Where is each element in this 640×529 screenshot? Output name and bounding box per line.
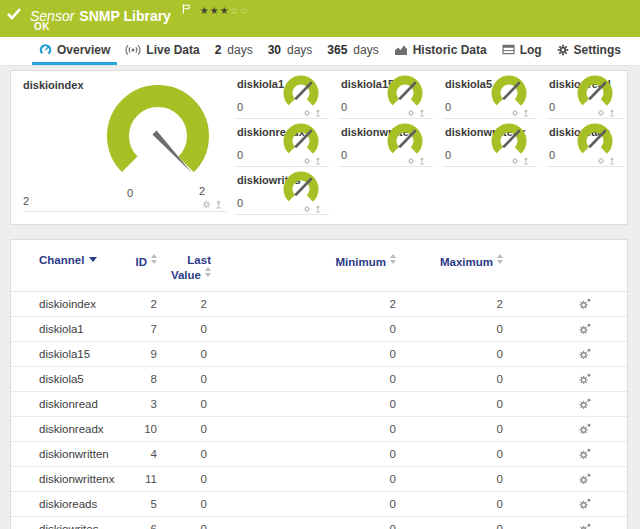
column-header-channel[interactable]: Channel [11,240,119,292]
gauge-cell-main: diskioindex 0 2 2 [11,71,229,224]
channel-settings-icon[interactable] [579,298,591,310]
star-filled-icon[interactable]: ★ [200,5,210,16]
gauge-pin-icon[interactable] [608,157,616,165]
star-empty-icon[interactable]: ☆ [230,5,240,16]
tab-settings[interactable]: Settings [550,37,628,65]
gauge-dial[interactable] [281,171,321,208]
tab-log[interactable]: Log [495,37,549,65]
channel-settings-icon[interactable] [579,323,591,335]
gauge-settings-icon[interactable] [202,200,211,209]
gauge-settings-icon[interactable] [407,109,415,117]
column-header-id[interactable]: ID [119,240,159,292]
gauge-pin-icon[interactable] [522,157,530,165]
star-filled-icon[interactable]: ★ [220,5,230,16]
gauge-settings-icon[interactable] [597,109,605,117]
gauge-needle [296,131,311,147]
column-header-last-value[interactable]: Last Value [159,240,215,292]
channel-maximum: 0 [406,492,513,517]
column-header-minimum[interactable]: Minimum [215,240,406,292]
gauge-dial[interactable] [575,123,615,160]
sensor-title[interactable]: SNMP Library [79,8,171,24]
sort-icon[interactable] [497,254,503,264]
gauge-pin-icon[interactable] [314,157,322,165]
channel-name[interactable]: diskiowrites [39,523,98,529]
gauge-pin-icon[interactable] [314,109,322,117]
channel-name[interactable]: diskiola1 [39,323,84,335]
channel-settings-icon[interactable] [579,498,591,510]
channel-settings-icon[interactable] [579,473,591,485]
gauge-pin-icon[interactable] [522,109,530,117]
gauge-dial[interactable] [575,75,615,112]
sort-icon[interactable] [151,254,157,264]
sort-icon[interactable] [390,254,396,264]
gauge-pin-icon[interactable] [418,157,426,165]
gauge-pin-icon[interactable] [214,200,223,209]
gauge-settings-icon[interactable] [511,157,519,165]
star-filled-icon[interactable]: ★ [210,5,220,16]
tab-365-days[interactable]: 365 days [320,37,385,65]
gauge-pin-icon[interactable] [608,109,616,117]
overview-gauge-icon [39,43,52,56]
gauge-dial[interactable] [489,123,529,160]
column-header-maximum[interactable]: Maximum [406,240,513,292]
sort-desc-icon[interactable] [89,257,97,262]
gauge-cell: diskionwritten 0 [333,119,437,167]
gauge-settings-icon[interactable] [407,157,415,165]
gauge-dial[interactable] [281,75,321,112]
sensor-title-line: SensorSNMP Library ★★★☆☆ [30,4,250,24]
sensor-tabbar: Overview Live Data 2 days 30 days 365 da… [0,37,640,66]
gauge-cell: diskiowrites 0 [229,167,333,215]
star-empty-icon[interactable]: ☆ [240,5,250,16]
tab-number: 2 [215,43,222,57]
gauge-dial-main[interactable] [93,76,223,198]
channel-maximum: 0 [406,517,513,529]
gauge-pin-icon[interactable] [418,109,426,117]
channel-settings-icon[interactable] [579,398,591,410]
star-rating[interactable]: ★★★☆☆ [200,6,250,16]
gauge-pin-icon[interactable] [314,205,322,213]
channel-id: 10 [119,417,159,442]
channel-name[interactable]: diskionreadx [39,423,104,435]
gauge-settings-icon[interactable] [597,157,605,165]
channel-id: 4 [119,442,159,467]
channel-minimum: 0 [215,342,406,367]
channel-settings-icon[interactable] [579,523,591,529]
channel-last-value: 0 [159,342,215,367]
gauge-value: 0 [237,149,243,161]
gauge-cell: diskiola15 0 [333,71,437,119]
channel-name[interactable]: diskionwrittenx [39,473,114,485]
gauge-settings-icon[interactable] [303,109,311,117]
gauge-dial[interactable] [385,75,425,112]
overview-gauges-panel: diskioindex 0 2 2 [10,70,628,225]
channel-id: 9 [119,342,159,367]
channel-id: 3 [119,392,159,417]
channel-name[interactable]: diskioreads [39,498,97,510]
tab-live-data[interactable]: Live Data [118,37,206,65]
channel-name[interactable]: diskioindex [39,298,96,310]
gauge-dial[interactable] [281,123,321,160]
gauge-dial[interactable] [489,75,529,112]
channel-name[interactable]: diskionwritten [39,448,109,460]
channel-maximum: 0 [406,317,513,342]
gauge-cell: diskiola5 0 [437,71,541,119]
tab-2-days[interactable]: 2 days [208,37,260,65]
gauge-dial[interactable] [385,123,425,160]
tab-historic-data[interactable]: Historic Data [387,37,494,65]
sort-icon[interactable] [205,267,211,277]
channel-name[interactable]: diskionread [39,398,98,410]
tab-30-days[interactable]: 30 days [261,37,320,65]
flag-icon[interactable] [182,4,190,14]
channel-row: diskiola15 9 0 0 0 [11,342,627,367]
gauge-settings-icon[interactable] [303,205,311,213]
channel-name[interactable]: diskiola15 [39,348,90,360]
gauge-settings-icon[interactable] [303,157,311,165]
channel-settings-icon[interactable] [579,348,591,360]
gauge-settings-icon[interactable] [511,109,519,117]
channel-settings-icon[interactable] [579,448,591,460]
channel-settings-icon[interactable] [579,423,591,435]
tab-overview[interactable]: Overview [32,37,117,65]
channel-settings-icon[interactable] [579,373,591,385]
gauge-title: diskiola5 [445,78,492,90]
channel-name[interactable]: diskiola5 [39,373,84,385]
channel-minimum: 0 [215,317,406,342]
